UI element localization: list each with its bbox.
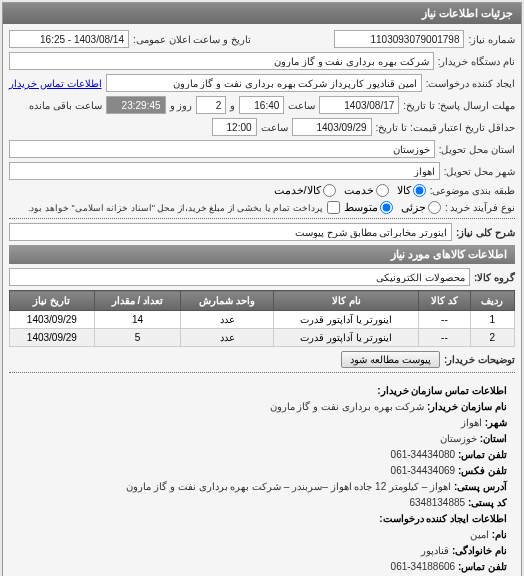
radio-service[interactable]: خدمت	[344, 184, 389, 197]
th-code: کد کالا	[419, 291, 470, 311]
validity-label: حداقل تاریخ اعتبار قیمت: تا تاریخ:	[376, 122, 515, 133]
need-details-panel: جزئیات اطلاعات نیاز شماره نیاز: تاریخ و …	[2, 2, 522, 576]
items-table: ردیف کد کالا نام کالا واحد شمارش تعداد /…	[9, 290, 515, 347]
panel-title: جزئیات اطلاعات نیاز	[3, 3, 521, 24]
process-label: نوع فرآیند خرید :	[445, 202, 515, 213]
org-label: نام سازمان خریدار:	[427, 401, 507, 412]
cell: 1403/09/29	[10, 329, 95, 347]
th-qty: تعداد / مقدار	[94, 291, 180, 311]
caddr-label: آدرس پستی:	[454, 481, 507, 492]
remain-time-field	[106, 96, 166, 114]
fname-value: امین	[470, 529, 489, 540]
ccity-label: شهر:	[485, 417, 507, 428]
validity-time-field[interactable]	[212, 118, 257, 136]
th-unit: واحد شمارش	[181, 291, 274, 311]
days-label: روز و	[170, 100, 193, 111]
province-label: استان محل تحویل:	[439, 144, 515, 155]
cfax-value: 34434069-061	[391, 465, 456, 476]
group-field[interactable]	[9, 268, 470, 286]
radio-goods-service-input[interactable]	[323, 184, 336, 197]
cprov-value: خوزستان	[440, 433, 477, 444]
lname-value: قنادپور	[421, 545, 449, 556]
cprov-label: استان:	[480, 433, 507, 444]
need-no-label: شماره نیاز:	[468, 34, 515, 45]
subject-type-group: کالا خدمت کالا/خدمت	[274, 184, 426, 197]
city-field[interactable]	[9, 162, 440, 180]
cphone2-label: تلفن تماس:	[458, 561, 507, 572]
radio-small-input[interactable]	[428, 201, 441, 214]
cphone-label: تلفن تماس:	[458, 449, 507, 460]
cell: 14	[94, 311, 180, 329]
radio-medium[interactable]: متوسط	[344, 201, 393, 214]
buyer-org-label: نام دستگاه خریدار:	[438, 56, 515, 67]
cphone-value: 34434080-061	[391, 449, 456, 460]
time-label-1: ساعت	[288, 100, 315, 111]
caddr-value: اهواز – کیلومتر 12 جاده اهواز –سربندر – …	[126, 481, 451, 492]
attachment-button[interactable]: پیوست مطالعه شود	[341, 351, 440, 368]
cell: عدد	[181, 311, 274, 329]
radio-small-label: جزئی	[401, 201, 426, 214]
deadline-label: مهلت ارسال پاسخ: تا تاریخ:	[403, 100, 515, 111]
subject-type-label: طبقه بندی موضوعی:	[430, 185, 515, 196]
cell: 5	[94, 329, 180, 347]
cell: --	[419, 311, 470, 329]
separator-2	[9, 372, 515, 373]
deadline-time-field[interactable]	[239, 96, 284, 114]
cfax-label: تلفن فکس:	[458, 465, 507, 476]
table-row[interactable]: 2 -- اینورتر یا آداپتور قدرت عدد 5 1403/…	[10, 329, 515, 347]
org-value: شرکت بهره برداری نفت و گاز مارون	[270, 401, 425, 412]
radio-small[interactable]: جزئی	[401, 201, 441, 214]
items-section-title: اطلاعات کالاهای مورد نیاز	[9, 245, 515, 264]
ccity-value: اهواز	[461, 417, 482, 428]
cell: اینورتر یا آداپتور قدرت	[274, 329, 419, 347]
need-no-field[interactable]	[334, 30, 464, 48]
fname-label: نام:	[492, 529, 507, 540]
announce-field[interactable]	[9, 30, 129, 48]
th-name: نام کالا	[274, 291, 419, 311]
radio-goods[interactable]: کالا	[397, 184, 426, 197]
buyer-notes-label: توضیحات خریدار:	[444, 354, 515, 365]
cell: --	[419, 329, 470, 347]
time-label-2: ساعت	[261, 122, 288, 133]
separator-1	[9, 218, 515, 219]
form-area: شماره نیاز: تاریخ و ساعت اعلان عمومی: نا…	[3, 24, 521, 576]
contact-heading: اطلاعات تماس سازمان خریدار:	[377, 385, 507, 396]
radio-goods-service[interactable]: کالا/خدمت	[274, 184, 336, 197]
validity-date-field[interactable]	[292, 118, 372, 136]
group-label: گروه کالا:	[474, 272, 515, 283]
cell: 1403/09/29	[10, 311, 95, 329]
radio-goods-input[interactable]	[413, 184, 426, 197]
radio-goods-label: کالا	[397, 184, 411, 197]
process-note: پرداخت تمام یا بخشی از مبلغ خرید،از محل …	[28, 203, 323, 213]
announce-label: تاریخ و ساعت اعلان عمومی:	[133, 34, 251, 45]
remain-label: ساعت باقی مانده	[29, 100, 102, 111]
cell: 2	[470, 329, 514, 347]
cpostal-value: 6348134885	[409, 497, 465, 508]
contact-info-block: اطلاعات تماس سازمان خریدار: نام سازمان خ…	[9, 377, 515, 576]
table-header-row: ردیف کد کالا نام کالا واحد شمارش تعداد /…	[10, 291, 515, 311]
process-group: جزئی متوسط	[344, 201, 441, 214]
province-field[interactable]	[9, 140, 435, 158]
radio-goods-service-label: کالا/خدمت	[274, 184, 321, 197]
radio-medium-label: متوسط	[344, 201, 378, 214]
table-row[interactable]: 1 -- اینورتر یا آداپتور قدرت عدد 14 1403…	[10, 311, 515, 329]
lname-label: نام خانوادگی:	[452, 545, 507, 556]
deadline-date-field[interactable]	[319, 96, 399, 114]
radio-service-input[interactable]	[376, 184, 389, 197]
cell: عدد	[181, 329, 274, 347]
treasury-checkbox[interactable]	[327, 201, 340, 214]
requester-label: ایجاد کننده درخواست:	[426, 78, 515, 89]
radio-service-label: خدمت	[344, 184, 374, 197]
cell: اینورتر یا آداپتور قدرت	[274, 311, 419, 329]
buyer-org-field[interactable]	[9, 52, 434, 70]
requester-field[interactable]	[106, 74, 422, 92]
city-label: شهر محل تحویل:	[444, 166, 515, 177]
radio-medium-input[interactable]	[380, 201, 393, 214]
contact-link[interactable]: اطلاعات تماس خریدار	[9, 78, 102, 89]
th-row: ردیف	[470, 291, 514, 311]
desc-field[interactable]	[9, 223, 452, 241]
contact-heading2: اطلاعات ایجاد کننده درخواست:	[379, 513, 507, 524]
th-date: تاریخ نیاز	[10, 291, 95, 311]
days-field[interactable]	[196, 96, 226, 114]
and-label: و	[230, 100, 235, 111]
